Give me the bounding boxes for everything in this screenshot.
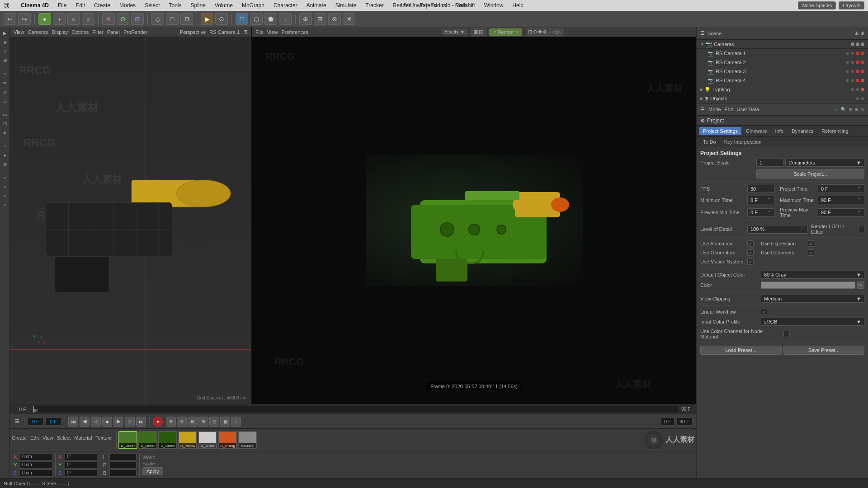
move-tool-button[interactable]: ✕ [102,13,115,25]
select-rect-button[interactable]: □ [166,13,179,25]
play-forward-button[interactable]: ▶ [113,417,123,427]
use-animation-checkbox[interactable]: ✓ [747,240,754,247]
cameras-group[interactable]: ▼ 📷 Cameras [697,40,868,49]
project-scale-input[interactable]: 1 [756,159,783,167]
viewport-expand-icon[interactable]: ⊞ [243,29,247,35]
cam4-lock-icon[interactable]: ⊙ [851,78,854,83]
render-extra-1[interactable]: ⊞ [528,29,532,35]
tools-menu[interactable]: Tools [167,2,183,9]
undo-button[interactable]: ↩ [4,13,16,25]
polygon-mode-btn[interactable]: ⬡ [250,13,263,25]
rs-camera-4-item[interactable]: 📷 RS Camera 4 ⊙ ⊙ [697,76,868,85]
render-view-button[interactable]: ⊙ [215,13,228,25]
edge-mode-btn[interactable]: ⬟ [264,13,277,25]
tool-bridge[interactable]: ▭ [1,110,9,118]
snap-btn[interactable]: ⊕ [299,13,312,25]
mat-tab-material[interactable]: Material [74,435,92,441]
swatch-d-green-1[interactable]: D_Green [118,431,137,449]
b-input[interactable] [109,469,137,477]
render-extra-5[interactable]: ○ [548,29,552,35]
select-menu[interactable]: Select [143,2,161,9]
rotate-tool-button[interactable]: ⊙ [117,13,129,25]
grid-btn[interactable]: ⊞ [314,13,326,25]
tool-more-2[interactable]: ○ [1,183,9,191]
grid-mode-btn[interactable]: ⊞ [188,417,198,427]
load-preset-button[interactable]: Load Preset... [700,346,782,355]
viewport-tab-cameras[interactable]: Cameras [28,29,48,35]
mat-tab-edit[interactable]: Edit [30,435,39,441]
cam3-lock-icon[interactable]: ⊙ [851,69,854,74]
tool-select[interactable]: ▶ [1,29,9,37]
use-color-channel-checkbox[interactable] [783,331,790,337]
transport-menu-icon[interactable]: ☰ [14,418,21,424]
render-mode-btn[interactable]: ▦ [220,417,230,427]
volume-menu[interactable]: Volume [213,2,235,9]
edit-tab[interactable]: Edit [725,107,733,112]
cam1-lock-icon[interactable]: ⊙ [851,51,854,56]
viewport-tab-prorender[interactable]: ProRender [123,29,147,35]
add-button[interactable]: + [53,13,66,25]
viewport-tab-view[interactable]: View [14,29,24,35]
display-opt-1[interactable]: ▦ [473,29,478,35]
scene-expand-btn[interactable]: ⊞ [854,30,859,36]
viewport-tab-filter[interactable]: Filter [92,29,103,35]
h-input[interactable] [109,453,137,460]
cam2-visibility-icon[interactable]: ⊙ [846,60,849,65]
use-deformers-checkbox[interactable]: ✓ [808,249,814,256]
rx-input[interactable]: 0° [65,453,97,460]
lighting-lock-icon[interactable]: ⊙ [856,87,859,92]
current-frame-display-2[interactable]: 0 F [45,418,61,426]
file-menu[interactable]: File [56,2,68,9]
swatch-d-orange[interactable]: D_Orang [218,431,237,449]
ry-input[interactable]: 0° [65,461,97,469]
tool-more-3[interactable]: ○ [1,192,9,200]
props-menu-icon[interactable]: ☰ [700,107,705,113]
app-menu[interactable]: Cinema 4D [19,2,51,9]
goto-end-button[interactable]: ⏭ [136,417,146,427]
render-extra-3[interactable]: ⊗ [538,29,542,35]
render-tab-preferences[interactable]: Preferences [281,29,308,35]
input-color-profile-dropdown[interactable]: sRGB ▼ [761,318,864,326]
left-3d-viewport[interactable]: View Cameras Display Options Filter Pane… [10,27,252,404]
frame-end-input[interactable]: 90 F [676,418,693,426]
mat-tab-view[interactable]: View [42,435,53,441]
tool-mode-btn[interactable]: ⊕ [166,417,176,427]
user-data-tab[interactable]: User Data [737,107,760,112]
rs-camera-3-item[interactable]: 📷 RS Camera 3 ⊙ ⊙ [697,67,868,76]
subtab-key-interpolation[interactable]: Key Interpolation [721,138,765,145]
render-extra-2[interactable]: ⊙ [533,29,537,35]
tool-btn-1[interactable]: ○ [67,13,80,25]
tab-cineware[interactable]: Cineware [742,127,770,135]
tool-relax[interactable]: ⊛ [1,160,9,168]
tool-more-1[interactable]: ○ [1,174,9,182]
lighting-item[interactable]: ▶ 💡 Lighting ⊙ ⊙ [697,85,868,94]
objects-lock-icon[interactable]: ⊙ [861,96,864,101]
object-mode-btn[interactable]: □ [236,13,248,25]
swatch-bounce[interactable]: Bounce [238,431,257,449]
layouts-button[interactable]: Layouts [839,1,864,9]
scene-settings-btn[interactable]: ⊕ [860,30,864,36]
apply-button[interactable]: Apply [142,467,163,475]
prev-max-input[interactable]: 90 F ⌃ [818,208,864,217]
point-mode-btn[interactable]: · [279,13,292,25]
create-menu[interactable]: Create [92,2,112,9]
tab-dynamics[interactable]: Dynamics [788,127,817,135]
color-swatch[interactable] [761,282,855,289]
mat-tab-create[interactable]: Create [12,435,27,441]
tool-smooth[interactable]: ● [1,151,9,159]
view-clipping-dropdown[interactable]: Medium ▼ [761,295,864,303]
redo-button[interactable]: ↪ [18,13,31,25]
fps-input[interactable]: 30 [747,185,774,193]
props-back-btn[interactable]: ← [834,107,839,113]
tool-btn-2[interactable]: ○ [82,13,94,25]
edit-menu[interactable]: Edit [74,2,87,9]
render-extra-4[interactable]: ◎ [543,29,547,35]
mograph-menu[interactable]: MoGraph [240,2,266,9]
cam1-visibility-icon[interactable]: ⊙ [846,51,849,56]
character-menu[interactable]: Character [272,2,299,9]
modes-menu[interactable]: Modes [118,2,137,9]
timeline-track[interactable]: 0 5 10 15 20 25 30 35 40 45 50 55 60 65 … [33,406,678,413]
scene-menu-icon[interactable]: ☰ [700,30,705,36]
viewport-tab-display[interactable]: Display [52,29,68,35]
viewport-tab-options[interactable]: Options [71,29,89,35]
